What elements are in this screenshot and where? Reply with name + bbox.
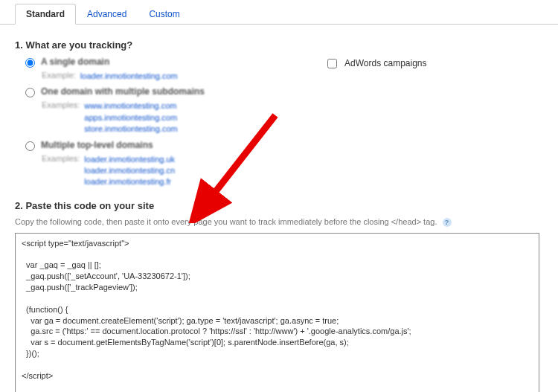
tabs-bar: Standard Advanced Custom — [0, 3, 558, 25]
section2-instruction: Copy the following code, then paste it o… — [15, 217, 543, 227]
radio-single-domain[interactable] — [25, 58, 35, 68]
radio-tld[interactable] — [25, 141, 35, 151]
example-key: Examples: — [42, 154, 80, 188]
tracking-code-box[interactable]: <script type="text/javascript"> var _gaq… — [15, 233, 539, 392]
example-single: Example: loader.inmotiontesting.com — [42, 71, 327, 82]
section1-title: 1. What are you tracking? — [15, 39, 543, 51]
content: 1. What are you tracking? A single domai… — [0, 25, 558, 392]
section2: 2. Paste this code on your site Copy the… — [15, 200, 543, 392]
instruction-text: Copy the following code, then paste it o… — [15, 217, 437, 226]
example-key: Examples: — [42, 100, 80, 135]
example-val: loader.inmotiontesting.com — [80, 71, 178, 82]
adwords-row: AdWords campaigns — [327, 58, 543, 68]
radio-single-domain-row: A single domain — [25, 57, 327, 68]
tab-advanced[interactable]: Advanced — [76, 4, 138, 25]
tab-standard[interactable]: Standard — [15, 4, 76, 25]
section2-title: 2. Paste this code on your site — [15, 200, 543, 211]
section1-columns: A single domain Example: loader.inmotion… — [15, 57, 543, 193]
tracking-options: A single domain Example: loader.inmotion… — [15, 57, 327, 193]
radio-subdomains[interactable] — [25, 88, 35, 97]
tracking-code: <script type="text/javascript"> var _gaq… — [16, 234, 539, 386]
help-icon[interactable]: ? — [443, 218, 452, 227]
radio-tld-label: Multiple top-level domains — [41, 140, 153, 150]
example-key: Example: — [42, 71, 76, 82]
adwords-checkbox[interactable] — [327, 59, 337, 68]
adwords-label: AdWords campaigns — [344, 58, 427, 68]
right-col: AdWords campaigns — [327, 57, 543, 193]
example-subdomains: Examples: www.inmotiontesting.com apps.i… — [42, 100, 327, 135]
radio-subdomains-label: One domain with multiple subdomains — [41, 86, 205, 97]
example-val: www.inmotiontesting.com apps.inmotiontes… — [84, 100, 177, 135]
radio-subdomains-row: One domain with multiple subdomains — [25, 86, 327, 97]
tab-custom[interactable]: Custom — [138, 4, 190, 25]
example-tld: Examples: loader.inmotiontesting.uk load… — [42, 154, 327, 188]
example-val: loader.inmotiontesting.uk loader.inmotio… — [84, 154, 175, 188]
radio-tld-row: Multiple top-level domains — [25, 140, 327, 151]
radio-single-domain-label: A single domain — [41, 57, 109, 67]
